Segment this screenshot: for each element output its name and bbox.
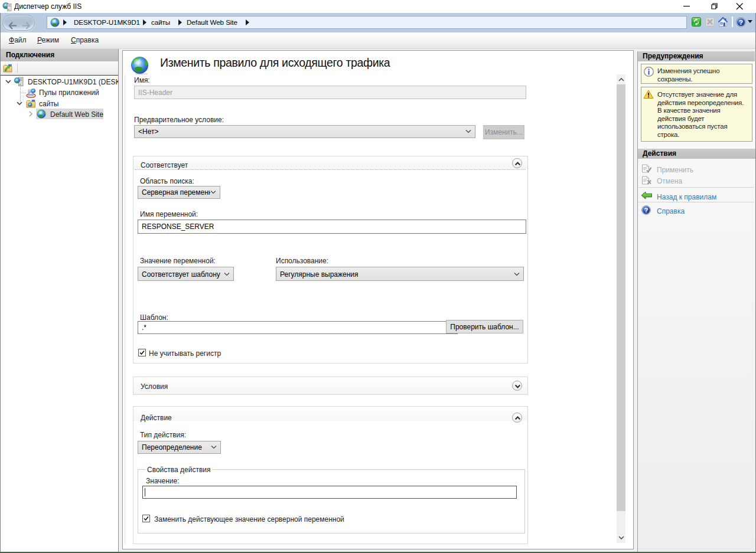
- svg-text:?: ?: [644, 207, 649, 214]
- svg-text:?: ?: [739, 19, 743, 26]
